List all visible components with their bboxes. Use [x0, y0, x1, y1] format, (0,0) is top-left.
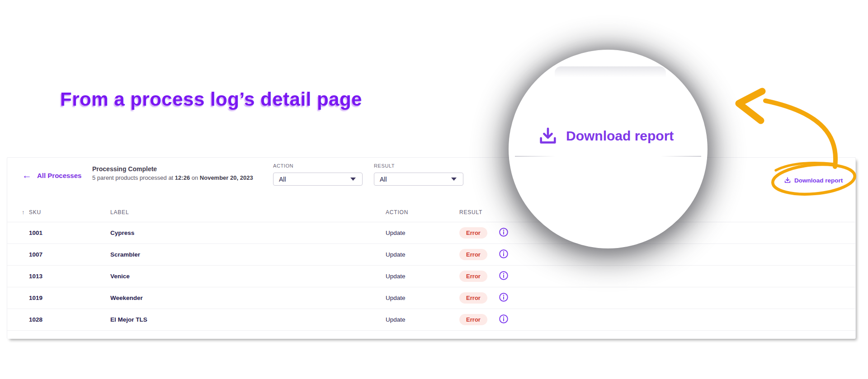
table-row: 1028 El Mejor TLS Update Error: [7, 309, 855, 331]
cell-action: Update: [386, 316, 459, 323]
info-button[interactable]: [499, 292, 509, 302]
magnifier-circle: Download report: [509, 50, 708, 248]
cell-label: El Mejor TLS: [110, 316, 386, 323]
cell-sku: 1001: [29, 229, 110, 236]
error-status-badge: Error: [459, 249, 487, 260]
result-filter-value: All: [380, 176, 387, 183]
info-button[interactable]: [499, 227, 509, 237]
sort-ascending-icon: ↑: [22, 209, 25, 215]
status-subtitle-prefix: 5 parent products processed at: [92, 174, 173, 181]
download-icon: [538, 126, 558, 146]
info-icon: [499, 314, 509, 324]
cell-label: Scrambler: [110, 251, 386, 258]
result-filter: RESULT All: [374, 163, 463, 186]
back-link-label: All Processes: [37, 172, 81, 179]
error-status-badge: Error: [459, 271, 487, 282]
cell-label: Venice: [110, 273, 386, 280]
info-icon: [499, 271, 509, 281]
cell-action: Update: [386, 251, 459, 258]
cell-label: Cypress: [110, 229, 386, 236]
column-header-result: RESULT: [459, 209, 498, 215]
process-log-panel: ← All Processes Processing Complete 5 pa…: [7, 157, 856, 339]
cell-sku: 1028: [29, 316, 110, 323]
download-report-button[interactable]: Download report: [784, 177, 843, 184]
process-status-subtitle: 5 parent products processed at 12:26 on …: [92, 174, 253, 181]
result-filter-select[interactable]: All: [374, 173, 463, 186]
status-date: November 20, 2023: [200, 174, 253, 181]
table-header-row: ↑ SKU LABEL ACTION RESULT: [7, 203, 855, 222]
status-time: 12:26: [175, 174, 190, 181]
screenshot-stage: From a process log’s detail page ← All P…: [0, 0, 868, 379]
cell-sku: 1007: [29, 251, 110, 258]
info-button[interactable]: [499, 314, 509, 324]
info-icon: [499, 227, 509, 237]
info-button[interactable]: [499, 271, 509, 281]
process-status-block: Processing Complete 5 parent products pr…: [92, 165, 253, 181]
chevron-down-icon: [350, 178, 356, 181]
page-caption: From a process log’s detail page: [60, 89, 362, 110]
download-report-label: Download report: [794, 177, 843, 184]
status-subtitle-on: on: [192, 174, 198, 181]
column-header-action: ACTION: [386, 209, 459, 215]
table-row: 1019 Weekender Update Error: [7, 287, 855, 309]
magnified-download-report-label: Download report: [566, 128, 674, 144]
info-button[interactable]: [499, 249, 509, 259]
arrow-left-icon: ←: [22, 171, 32, 180]
column-header-label: LABEL: [110, 209, 386, 215]
table-row: 1001 Cypress Update Error: [7, 222, 855, 244]
table-body: 1001 Cypress Update Error 1007 Scr: [7, 222, 855, 331]
download-icon: [784, 177, 791, 184]
column-header-sku[interactable]: ↑ SKU: [29, 209, 110, 215]
cell-sku: 1019: [29, 295, 110, 301]
cell-action: Update: [386, 229, 459, 236]
magnified-separator-line: [515, 156, 701, 157]
magnified-panel-edge: [555, 66, 666, 77]
error-status-badge: Error: [459, 227, 487, 239]
error-status-badge: Error: [459, 292, 487, 304]
yellow-arrow-head: [739, 91, 762, 121]
cell-action: Update: [386, 273, 459, 280]
cell-label: Weekender: [110, 295, 386, 301]
action-filter-label: ACTION: [273, 163, 363, 168]
error-status-badge: Error: [459, 314, 487, 325]
result-filter-label: RESULT: [374, 163, 463, 168]
cell-action: Update: [386, 295, 459, 301]
action-filter-select[interactable]: All: [273, 173, 363, 186]
info-icon: [499, 292, 509, 302]
chevron-down-icon: [451, 178, 457, 181]
cell-sku: 1013: [29, 273, 110, 280]
action-filter-value: All: [279, 176, 286, 183]
back-to-all-processes-link[interactable]: ← All Processes: [22, 171, 81, 180]
table-row: 1007 Scrambler Update Error: [7, 244, 855, 266]
table-row: 1013 Venice Update Error: [7, 266, 855, 287]
magnified-download-report-button[interactable]: Download report: [538, 126, 674, 146]
process-status-title: Processing Complete: [92, 165, 253, 173]
info-icon: [499, 249, 509, 259]
action-filter: ACTION All: [273, 163, 363, 186]
